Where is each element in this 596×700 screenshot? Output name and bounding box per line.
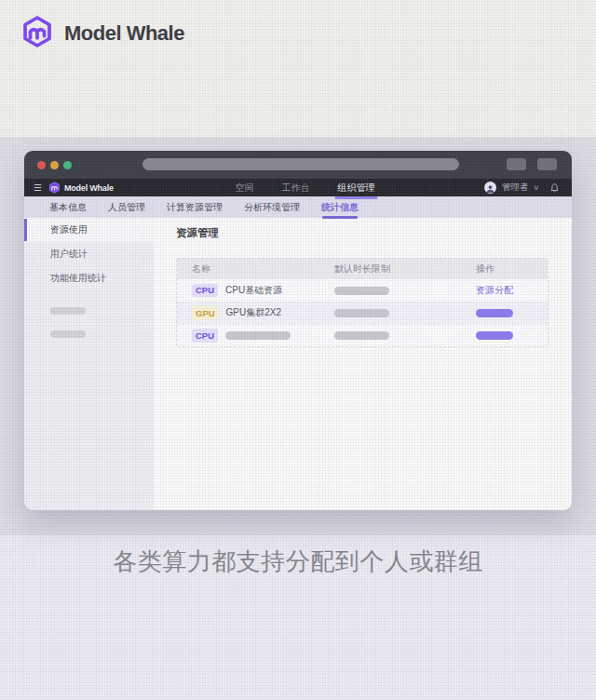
nav-link-org-management[interactable]: 组织管理 (338, 182, 375, 195)
main-content: 资源管理 名称 默认时长限制 操作 CPU CPU基础资源 资源分配 (154, 218, 572, 510)
sidebar-item-user-statistics[interactable]: 用户统计 (24, 242, 154, 266)
address-bar[interactable] (142, 158, 459, 170)
duration-placeholder (334, 309, 389, 317)
resource-name-placeholder (225, 331, 291, 340)
cpu-badge: CPU (192, 284, 218, 297)
column-header-name: 名称 (177, 262, 334, 276)
tab-basic-info[interactable]: 基本信息 (49, 201, 87, 214)
duration-placeholder (334, 331, 389, 340)
browser-window: ☰ Model Whale 空间 工作台 组织管理 管理者 ∨ (24, 151, 572, 510)
minimize-button[interactable] (50, 161, 59, 169)
action-button-placeholder[interactable] (476, 309, 513, 317)
table-header-row: 名称 默认时长限制 操作 (177, 259, 548, 279)
modelwhale-logo-icon-small (48, 182, 61, 194)
resource-name: CPU基础资源 (225, 284, 282, 297)
window-body: 资源使用 用户统计 功能使用统计 资源管理 名称 默认时长限制 操作 C (24, 218, 572, 510)
tab-analysis-env-management[interactable]: 分析环境管理 (244, 201, 300, 214)
window-controls (37, 161, 72, 169)
resource-allocate-link[interactable]: 资源分配 (476, 284, 513, 297)
bell-icon[interactable] (550, 183, 559, 193)
toolbar-item[interactable] (537, 158, 557, 170)
hamburger-menu-icon[interactable]: ☰ (34, 183, 42, 193)
tab-compute-resource-management[interactable]: 计算资源管理 (167, 201, 223, 214)
hero-logo: Model Whale (20, 15, 184, 52)
table-row: CPU (177, 324, 548, 346)
section-tabbar: 基本信息 人员管理 计算资源管理 分析环境管理 统计信息 (24, 196, 572, 218)
user-name-label[interactable]: 管理者 (502, 182, 529, 194)
toolbar-item[interactable] (507, 158, 526, 170)
table-row: CPU CPU基础资源 资源分配 (177, 279, 548, 302)
window-titlebar (24, 151, 572, 179)
sidebar-item-placeholder[interactable] (50, 330, 86, 338)
table-row: GPU GPU集群2X2 (177, 302, 548, 324)
modelwhale-logo-icon (20, 15, 54, 52)
sidebar-item-resource-usage[interactable]: 资源使用 (24, 218, 154, 242)
caption-text: 各类算力都支持分配到个人或群组 (0, 545, 596, 578)
chevron-down-icon[interactable]: ∨ (533, 184, 540, 192)
action-button-placeholder[interactable] (476, 331, 513, 340)
navbar-links: 空间 工作台 组织管理 (236, 179, 375, 196)
column-header-default-duration-limit: 默认时长限制 (334, 262, 476, 276)
page-title: 资源管理 (176, 226, 572, 240)
user-avatar[interactable] (484, 182, 496, 194)
tab-statistics[interactable]: 统计信息 (321, 201, 359, 214)
sidebar-item-placeholder[interactable] (50, 307, 86, 315)
column-header-actions: 操作 (476, 262, 549, 276)
navbar-brand-text: Model Whale (64, 183, 114, 193)
tab-member-management[interactable]: 人员管理 (108, 201, 145, 214)
sidebar: 资源使用 用户统计 功能使用统计 (24, 218, 154, 510)
navbar-logo[interactable]: Model Whale (48, 182, 114, 194)
resource-table: 名称 默认时长限制 操作 CPU CPU基础资源 资源分配 (176, 258, 549, 347)
nav-link-space[interactable]: 空间 (236, 182, 254, 195)
zoom-button[interactable] (63, 161, 72, 169)
gpu-badge: GPU (192, 306, 219, 319)
duration-placeholder (334, 287, 389, 295)
hero-brand-text: Model Whale (64, 21, 184, 46)
resource-name: GPU集群2X2 (226, 306, 281, 319)
cpu-badge: CPU (192, 329, 218, 342)
navbar-user-area: 管理者 ∨ (484, 182, 559, 194)
close-button[interactable] (37, 161, 46, 169)
sidebar-item-feature-usage-statistics[interactable]: 功能使用统计 (24, 266, 154, 290)
nav-link-workbench[interactable]: 工作台 (282, 182, 310, 195)
app-navbar: ☰ Model Whale 空间 工作台 组织管理 管理者 ∨ (24, 179, 572, 196)
toolbar-items (507, 158, 557, 170)
